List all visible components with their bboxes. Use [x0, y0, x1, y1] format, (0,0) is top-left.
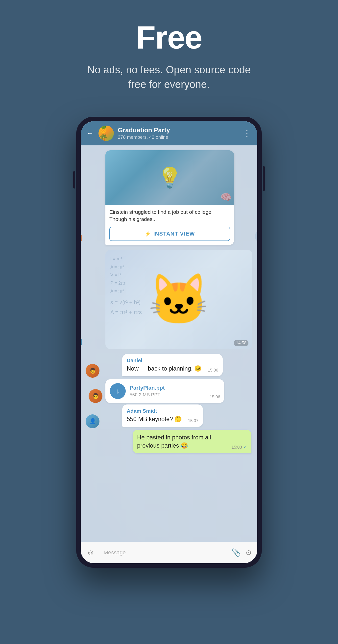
sticker-sender-avatar: 👤	[81, 335, 82, 349]
message-input[interactable]: Message	[100, 546, 227, 559]
daniel-message-row: 👨 Daniel Now — back to planning. 😉 15:06	[86, 354, 252, 378]
avatar-emoji: 🍍🌴	[98, 126, 114, 141]
article-preview-text: Einstein struggled to find a job out of …	[105, 205, 234, 225]
chat-header: ← 🍍🌴 Graduation Party 278 members, 42 on…	[81, 121, 257, 146]
adam-time: 15:07	[188, 418, 198, 423]
chat-body: 👩 💡 Einstein struggled to find a job out…	[81, 146, 257, 542]
file-sender-avatar: 👨	[89, 389, 102, 403]
file-info: PartyPlan.ppt 550.2 MB PPT	[130, 385, 209, 398]
adam-bubble: Adam Smidt 550 MB keynote? 🤔 15:07	[122, 404, 203, 427]
download-icon: ↓	[116, 387, 119, 395]
hero-title: Free	[136, 20, 202, 55]
adam-text: 550 MB keynote? 🤔	[127, 415, 182, 423]
phone-outer: ← 🍍🌴 Graduation Party 278 members, 42 on…	[76, 117, 262, 568]
checkmark-icon: ✓	[244, 444, 247, 449]
daniel-bubble: Daniel Now — back to planning. 😉 15:06	[122, 354, 223, 376]
file-bubble: ↓ PartyPlan.ppt 550.2 MB PPT ⋯ 15:06	[105, 379, 224, 403]
file-size: 550.2 MB PPT	[130, 392, 209, 398]
file-more-options[interactable]: ⋯	[213, 387, 220, 395]
attach-button[interactable]: 📎	[232, 548, 241, 557]
daniel-name: Daniel	[127, 358, 218, 363]
file-download-button[interactable]: ↓	[110, 383, 126, 399]
chat-name: Graduation Party	[118, 126, 239, 134]
sent-message-row: He pasted in photos from all previous pa…	[86, 430, 252, 455]
file-message-container: 👨 ↓ PartyPlan.ppt 550.2 MB PPT ⋯ 15:06	[86, 379, 252, 403]
sticker-background: l = πr² A = πr² V = l³ P = 2πr A = πr² s…	[105, 250, 252, 349]
input-bar: ☺ Message 📎 ⊙	[81, 542, 257, 563]
file-time: 15:06	[210, 394, 220, 400]
daniel-text: Now — back to planning. 😉	[127, 364, 202, 373]
sticker-message-container: 👤 l = πr² A = πr² V = l³ P = 2πr A = πr²	[86, 250, 252, 349]
adam-avatar: 👤	[86, 414, 99, 428]
sent-bubble: He pasted in photos from all previous pa…	[133, 430, 251, 453]
daniel-time: 15:06	[208, 368, 218, 373]
chat-info: Graduation Party 278 members, 42 online	[118, 126, 239, 140]
phone-mockup: ← 🍍🌴 Graduation Party 278 members, 42 on…	[76, 117, 262, 568]
hero-subtitle: No ads, no fees. Open source code free f…	[82, 63, 256, 92]
article-message: 💡 Einstein struggled to find a job out o…	[105, 150, 234, 245]
article-sender-avatar: 👩	[81, 231, 82, 245]
sticker-timestamp: 14:58	[234, 340, 248, 346]
article-message-container: 👩 💡 Einstein struggled to find a job out…	[86, 150, 252, 245]
instant-view-label: INSTANT VIEW	[153, 230, 195, 237]
adam-message-row: 👤 Adam Smidt 550 MB keynote? 🤔 15:07	[86, 404, 252, 428]
file-name: PartyPlan.ppt	[130, 385, 209, 391]
sent-text: He pasted in photos from all previous pa…	[137, 433, 225, 450]
back-button[interactable]: ←	[87, 129, 93, 137]
chat-meta: 278 members, 42 online	[118, 134, 239, 140]
group-avatar: 🍍🌴	[98, 126, 114, 141]
message-placeholder: Message	[104, 550, 126, 556]
cat-sticker: 🐱	[148, 275, 210, 324]
hero-section: Free No ads, no fees. Open source code f…	[0, 0, 338, 107]
emoji-button[interactable]: ☺	[87, 548, 95, 557]
camera-button[interactable]: ⊙	[246, 548, 251, 556]
article-image: 💡	[105, 150, 234, 205]
lightning-icon: ⚡	[144, 231, 151, 237]
phone-inner: ← 🍍🌴 Graduation Party 278 members, 42 on…	[81, 121, 257, 563]
sent-time: 15:08	[231, 445, 242, 450]
share-button[interactable]: ↗	[255, 230, 257, 242]
daniel-avatar: 👨	[86, 364, 99, 378]
adam-name: Adam Smidt	[127, 408, 198, 414]
instant-view-button[interactable]: ⚡ INSTANT VIEW	[109, 227, 230, 241]
sticker-area: l = πr² A = πr² V = l³ P = 2πr A = πr² s…	[105, 250, 252, 349]
more-options-button[interactable]: ⋮	[243, 128, 251, 138]
